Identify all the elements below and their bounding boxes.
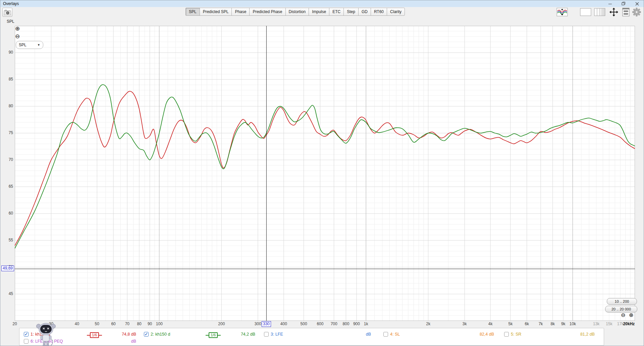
- x-tick-label: 20kHz: [622, 322, 636, 326]
- x-tick-label: 200: [214, 322, 229, 326]
- tab-rt60[interactable]: RT60: [371, 8, 387, 16]
- y-tick-label: 60: [2, 211, 13, 216]
- spl-plot-area[interactable]: [15, 26, 635, 321]
- overlays-window: Overlays SPL Predicted SPL Phase Predict…: [0, 0, 644, 346]
- camera-icon: [4, 10, 11, 15]
- tab-clarity[interactable]: Clarity: [387, 8, 405, 16]
- legend-entry-5: 5: SR: [504, 332, 521, 337]
- x-tick-label: 2k: [421, 322, 436, 326]
- tab-predicted-spl[interactable]: Predicted SPL: [200, 8, 232, 16]
- measurement-1-smoothing[interactable]: 1/6: [87, 332, 102, 338]
- legend-entry-2: ✓ 2: kh150 d: [144, 332, 170, 337]
- y-tick-label: 85: [2, 77, 13, 81]
- zoom-out-icon[interactable]: ⊖: [15, 34, 20, 39]
- measurement-4-checkbox[interactable]: [383, 332, 388, 337]
- overlay-type-dropdown[interactable]: SPL ▼: [16, 41, 43, 49]
- measurement-2-smoothing[interactable]: 1/6: [206, 332, 221, 338]
- overlay-curves-icon[interactable]: [556, 8, 568, 16]
- x-tick-label: 20: [7, 322, 22, 326]
- zoom-in-icon[interactable]: ⊕: [15, 26, 20, 32]
- measurement-2-checkbox[interactable]: ✓: [144, 332, 149, 337]
- x-tick-label: 4k: [483, 322, 498, 326]
- x-tick-label: 100: [152, 322, 167, 326]
- x-zoom-in-icon[interactable]: ⊕: [629, 312, 633, 318]
- x-tick-label: 500: [297, 322, 311, 326]
- chevron-down-icon: ▼: [37, 43, 40, 47]
- graph-layout-icon[interactable]: [622, 8, 630, 16]
- measurement-6-level: dB: [115, 339, 136, 344]
- measurement-6-checkbox[interactable]: [24, 339, 29, 344]
- y-tick-label: 90: [2, 50, 13, 55]
- x-tick-label: 10k: [565, 322, 580, 326]
- title-bar: Overlays: [0, 0, 644, 7]
- toolbar: SPL Predicted SPL Phase Predicted Phase …: [0, 7, 644, 17]
- tab-etc[interactable]: ETC: [329, 8, 343, 16]
- measurement-1-checkbox[interactable]: ✓: [24, 332, 29, 337]
- y-tick-label: 80: [2, 104, 13, 108]
- x-tick-label: 5k: [503, 322, 518, 326]
- x-tick-label: 400: [276, 322, 291, 326]
- toolbar-right-icons: [556, 8, 641, 16]
- settings-gear-icon[interactable]: [632, 8, 641, 16]
- capture-camera-button[interactable]: [2, 8, 12, 17]
- x-zoom-out-icon[interactable]: ⊖: [621, 312, 625, 318]
- x-tick-label: 600: [313, 322, 327, 326]
- y-tick-label: 55: [2, 238, 13, 242]
- x-tick-label: 3k: [457, 322, 472, 326]
- graph-tabs: SPL Predicted SPL Phase Predicted Phase …: [185, 8, 405, 16]
- tab-predicted-phase[interactable]: Predicted Phase: [249, 8, 285, 16]
- measurement-2-label[interactable]: 2: kh150 d: [151, 332, 170, 337]
- range-20-20000-button[interactable]: 20 .. 20 000: [605, 306, 637, 312]
- tab-step[interactable]: Step: [343, 8, 358, 16]
- y-tick-label: 70: [2, 157, 13, 162]
- pan-arrows-icon[interactable]: [608, 7, 620, 17]
- x-tick-label: 60: [106, 322, 121, 326]
- tab-impulse[interactable]: Impulse: [309, 8, 329, 16]
- tab-gd[interactable]: GD: [358, 8, 371, 16]
- legend-entry-4: 4: SL: [383, 332, 400, 337]
- y-tick-label: 65: [2, 184, 13, 189]
- x-tick-label: 1k: [359, 322, 373, 326]
- robot-sticker: [35, 322, 57, 346]
- maximize-icon[interactable]: [617, 0, 630, 7]
- blank-graph-icon[interactable]: [580, 8, 591, 16]
- measurement-5-checkbox[interactable]: [504, 332, 509, 337]
- x-tick-label: 40: [70, 322, 85, 326]
- measurement-4-label[interactable]: 4: SL: [390, 332, 400, 337]
- tab-phase[interactable]: Phase: [231, 8, 249, 16]
- measurement-5-level: 81,2 dB: [574, 332, 595, 337]
- minimize-icon[interactable]: [603, 0, 617, 7]
- x-tick-label: 50: [90, 322, 104, 326]
- cursor-level-readout: 49,69: [1, 266, 14, 271]
- close-icon[interactable]: [630, 0, 644, 7]
- tab-distortion[interactable]: Distortion: [285, 8, 309, 16]
- frequency-bands-icon[interactable]: [594, 8, 605, 16]
- x-tick-label: 6k: [520, 322, 534, 326]
- measurement-1-level: 74,8 dB: [115, 332, 136, 337]
- measurement-5-label[interactable]: 5: SR: [511, 332, 521, 337]
- measurement-4-level: 82,4 dB: [473, 332, 494, 337]
- measurement-legend: [19, 328, 604, 346]
- legend-entry-3: 3: LFE: [264, 332, 283, 337]
- measurement-3-checkbox[interactable]: [264, 332, 269, 337]
- y-tick-label: 75: [2, 130, 13, 135]
- y-tick-label: 45: [2, 291, 13, 296]
- measurement-3-label[interactable]: 3: LFE: [271, 332, 283, 337]
- y-axis-title: SPL: [7, 19, 14, 24]
- measurement-2-level: 74,2 dB: [234, 332, 255, 337]
- window-title: Overlays: [0, 1, 603, 6]
- range-10-200-button[interactable]: 10 .. 200: [607, 298, 637, 305]
- cursor-frequency-readout: 330: [262, 321, 271, 327]
- overlay-type-value: SPL: [19, 43, 26, 47]
- measurement-3-level: dB: [350, 332, 371, 337]
- tab-spl[interactable]: SPL: [185, 8, 200, 16]
